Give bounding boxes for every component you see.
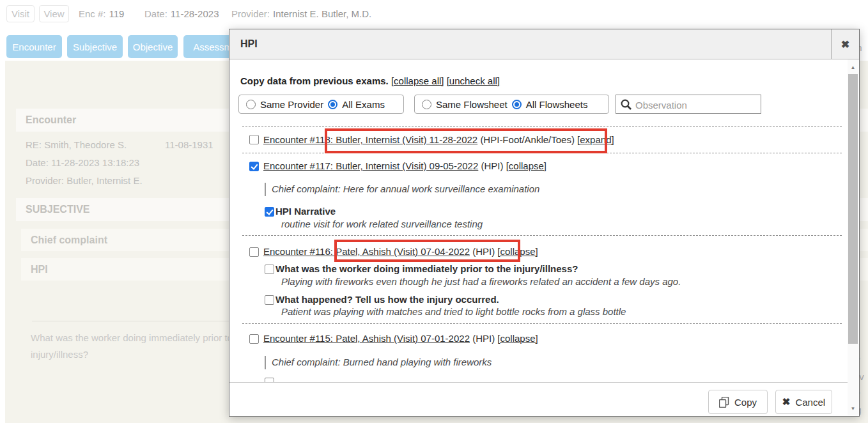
scroll-down-icon[interactable]: ▼ — [848, 404, 858, 413]
copy-data-label: Copy data from previous exams. — [240, 75, 389, 86]
encounter-118-checkbox[interactable] — [249, 135, 259, 144]
search-icon — [619, 98, 633, 111]
encounter-115-type: (HPI) — [472, 333, 495, 344]
question-1-answer: Playing with fireworks even though he ju… — [281, 275, 681, 288]
encounter-117-link[interactable]: Encounter #117: Butler, Internist (Visit… — [263, 160, 478, 171]
all-flowsheets-radio[interactable] — [512, 100, 522, 109]
observation-search-input[interactable] — [634, 96, 759, 114]
uncheck-all-link[interactable]: [uncheck all] — [447, 75, 500, 86]
quote-bar — [265, 356, 266, 369]
hpi-narrative-note: routine visit for work related surveilla… — [281, 217, 483, 231]
same-provider-label: Same Provider — [260, 99, 323, 110]
dashed-separator — [242, 126, 842, 127]
provider-filter-group: Same Provider All Exams — [238, 95, 404, 114]
scroll-up-icon[interactable]: ▲ — [848, 63, 858, 72]
same-provider-radio[interactable] — [246, 100, 256, 109]
hpi-narrative-checkbox[interactable] — [265, 207, 274, 217]
question-2-answer: Patient was playing with matches and tri… — [281, 305, 626, 318]
encounter-115-chief-complaint: Chief complaint: Burned hand playing wit… — [272, 355, 492, 369]
close-icon[interactable]: ✖ — [831, 29, 859, 59]
encounter-117-chief-complaint: Chief complaint: Here for annual work su… — [272, 182, 539, 196]
encounter-118-type: (HPI-Foot/Ankle/Toes) — [480, 134, 575, 145]
collapse-all-link[interactable]: [collapse all] — [391, 75, 444, 86]
encounter-118-link[interactable]: Encounter #118: Butler, Internist (Visit… — [263, 134, 477, 145]
all-flowsheets-label: All Flowsheets — [526, 99, 588, 110]
encounter-118-expand-link[interactable]: [expand] — [577, 134, 614, 145]
dialog-header[interactable]: HPI ✖ — [229, 29, 859, 59]
encounter-117-collapse-link[interactable]: [collapse] — [506, 160, 546, 171]
dashed-separator — [242, 323, 842, 324]
copy-button[interactable]: Copy — [708, 390, 768, 414]
same-flowsheet-label: Same Flowsheet — [436, 99, 508, 110]
question-1-label: What was the worker doing immediately pr… — [275, 262, 578, 276]
encounter-116-type: (HPI) — [472, 246, 495, 257]
flowsheet-filter-group: Same Flowsheet All Flowsheets — [414, 95, 609, 114]
hpi-narrative-label: HPI Narrative — [275, 204, 336, 219]
dashed-separator — [242, 235, 842, 236]
copy-data-instruction: Copy data from previous exams. [collapse… — [240, 75, 500, 86]
scrollbar-thumb[interactable] — [848, 74, 858, 344]
encounter-117-row: Encounter #117: Butler, Internist (Visit… — [263, 159, 546, 173]
quote-bar — [265, 183, 266, 196]
encounter-118-row: Encounter #118: Butler, Internist (Visit… — [263, 133, 614, 147]
cancel-button[interactable]: ✖ Cancel — [775, 390, 832, 414]
cancel-button-label: Cancel — [795, 397, 825, 408]
copy-icon — [719, 397, 729, 408]
dashed-separator — [242, 153, 842, 153]
encounter-115-link[interactable]: Encounter #115: Patel, Ashish (Visit) 07… — [263, 333, 470, 344]
question-1-checkbox[interactable] — [265, 265, 274, 274]
encounter-116-link[interactable]: Encounter #116: Patel, Ashish (Visit) 07… — [263, 246, 470, 257]
encounter-116-row: Encounter #116: Patel, Ashish (Visit) 07… — [263, 245, 538, 259]
encounter-115-collapse-link[interactable]: [collapse] — [497, 333, 538, 344]
all-exams-label: All Exams — [342, 99, 385, 110]
same-flowsheet-radio[interactable] — [422, 100, 431, 109]
page: Visit View Enc #: 119 Date: 11-28-2023 P… — [0, 0, 868, 423]
encounter-117-checkbox[interactable] — [249, 162, 259, 171]
question-2-checkbox[interactable] — [265, 295, 274, 305]
encounter-116-collapse-link[interactable]: [collapse] — [497, 246, 538, 257]
cancel-icon: ✖ — [782, 396, 791, 408]
encounter-115-checkbox[interactable] — [249, 334, 259, 344]
hpi-copy-dialog: HPI ✖ Copy data from previous exams. [co… — [229, 29, 860, 417]
copy-button-label: Copy — [734, 397, 757, 408]
dialog-footer: Copy ✖ Cancel — [229, 382, 848, 416]
encounter-117-type: (HPI) — [481, 160, 503, 171]
all-exams-radio[interactable] — [328, 100, 337, 109]
observation-search-box — [616, 95, 761, 114]
encounter-115-row: Encounter #115: Patel, Ashish (Visit) 07… — [263, 332, 538, 346]
encounter-116-checkbox[interactable] — [249, 247, 259, 257]
dialog-title: HPI — [240, 29, 258, 59]
dialog-scrollbar[interactable]: ▲ ▼ — [848, 59, 858, 415]
